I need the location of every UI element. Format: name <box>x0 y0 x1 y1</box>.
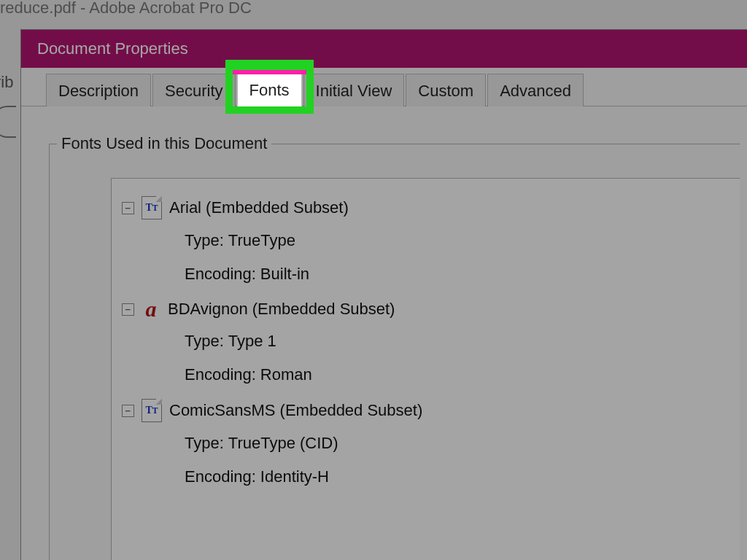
font-type-value: TrueType (CID) <box>228 434 338 453</box>
font-type-row: Type: Type 1 <box>122 324 734 358</box>
font-encoding-label: Encoding: <box>185 467 256 486</box>
tab-fonts-highlighted[interactable]: Fonts <box>237 73 302 106</box>
font-encoding-value: Built-in <box>260 265 309 284</box>
fonts-groupbox: Fonts Used in this Document − TT Arial (… <box>49 144 740 560</box>
font-header[interactable]: − a BDAvignon (Embedded Subset) <box>122 294 734 324</box>
tree-collapse-icon[interactable]: − <box>122 303 134 316</box>
font-encoding-row: Encoding: Roman <box>122 358 734 392</box>
font-type-value: Type 1 <box>228 332 276 351</box>
font-entry: − TT Arial (Embedded Subset) Type: TrueT… <box>122 192 734 291</box>
tab-security[interactable]: Security <box>152 74 235 106</box>
background-decoration <box>0 106 16 138</box>
tree-collapse-icon[interactable]: − <box>122 202 134 214</box>
font-encoding-label: Encoding: <box>185 265 256 284</box>
font-header[interactable]: − TT Arial (Embedded Subset) <box>122 192 734 224</box>
font-type-value: TrueType <box>228 231 295 250</box>
background-sidebar-fragment: rib <box>0 73 13 92</box>
font-type-row: Type: TrueType (CID) <box>122 427 734 460</box>
font-name: BDAvignon (Embedded Subset) <box>168 300 395 319</box>
tree-collapse-icon[interactable]: − <box>122 405 134 417</box>
type1-font-icon: a <box>142 298 160 320</box>
font-name: Arial (Embedded Subset) <box>169 198 349 217</box>
font-name: ComicSansMS (Embedded Subset) <box>169 401 422 420</box>
tab-advanced[interactable]: Advanced <box>487 74 584 106</box>
tab-description[interactable]: Description <box>46 74 151 106</box>
fonts-groupbox-label: Fonts Used in this Document <box>57 134 271 153</box>
font-type-label: Type: <box>185 434 224 453</box>
font-entry: − TT ComicSansMS (Embedded Subset) Type:… <box>122 394 734 494</box>
font-type-label: Type: <box>185 231 224 250</box>
dialog-title: Document Properties <box>37 39 188 58</box>
font-encoding-value: Identity-H <box>260 467 329 486</box>
font-encoding-row: Encoding: Built-in <box>122 257 734 291</box>
dialog-titlebar[interactable]: Document Properties <box>21 30 747 68</box>
font-type-label: Type: <box>185 332 224 351</box>
truetype-font-icon: TT <box>142 399 162 422</box>
tab-custom[interactable]: Custom <box>406 74 486 106</box>
document-properties-dialog: Document Properties Description Security… <box>20 29 747 560</box>
font-header[interactable]: − TT ComicSansMS (Embedded Subset) <box>122 394 734 427</box>
tab-row: Description Security Fonts Initial View … <box>21 68 747 106</box>
font-encoding-value: Roman <box>260 365 312 384</box>
background-app-title: reduce.pdf - Adobe Acrobat Pro DC <box>0 0 252 18</box>
tab-initial-view[interactable]: Initial View <box>303 74 405 106</box>
fonts-tree: − TT Arial (Embedded Subset) Type: TrueT… <box>111 178 740 560</box>
truetype-font-icon: TT <box>142 196 162 219</box>
font-encoding-label: Encoding: <box>185 365 256 384</box>
font-encoding-row: Encoding: Identity-H <box>122 460 734 494</box>
font-type-row: Type: TrueType <box>122 224 734 257</box>
font-entry: − a BDAvignon (Embedded Subset) Type: Ty… <box>122 294 734 392</box>
